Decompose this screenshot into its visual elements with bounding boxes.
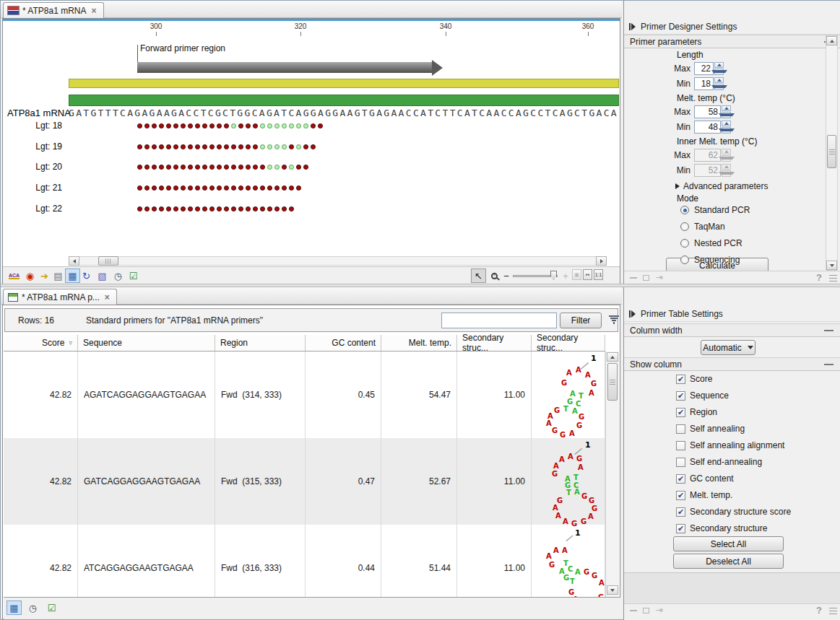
show-column-option-self-annealing[interactable]: Self annealing (676, 423, 745, 435)
checkbox[interactable]: ✔ (676, 474, 685, 484)
mode-radio-nested-pcr[interactable]: Nested PCR (680, 238, 742, 248)
zoom-out-button[interactable]: − (501, 268, 511, 283)
collapse-section-icon[interactable] (824, 330, 833, 331)
spin-down-button[interactable] (722, 170, 731, 177)
spinner-max[interactable]: 62 (694, 149, 731, 162)
table-view-icon[interactable]: ▦ (7, 601, 22, 615)
history-view-icon[interactable]: ◷ (25, 601, 40, 615)
column-header-secondary-struc-[interactable]: Secondary struc... (532, 335, 605, 351)
radio-button[interactable] (680, 222, 689, 231)
mode-radio-standard-pcr[interactable]: Standard PCR (680, 205, 750, 215)
spinner-max[interactable]: 22 (694, 62, 724, 75)
show-column-section-header[interactable]: Show column (624, 357, 840, 371)
float-panel-icon[interactable] (643, 608, 649, 614)
column-width-section-header[interactable]: Column width (624, 323, 840, 337)
panel-menu-icon[interactable] (829, 275, 837, 281)
panel-menu-icon[interactable] (829, 608, 837, 614)
spinner-min[interactable]: 52 (694, 164, 731, 177)
spin-down-button[interactable] (722, 155, 731, 162)
aca-sequence-view-icon[interactable]: ACA (7, 268, 22, 283)
spin-down-button[interactable] (714, 69, 724, 75)
float-panel-icon[interactable] (643, 275, 649, 281)
zoom-in-button[interactable]: + (560, 268, 571, 283)
zoom-slider-thumb[interactable] (550, 271, 557, 280)
checkbox[interactable]: ✔ (676, 507, 685, 517)
graphics-export-icon[interactable]: ➔ (37, 268, 52, 283)
spin-up-button[interactable] (722, 149, 731, 155)
show-column-option-self-end-annealing[interactable]: Self end-annealing (676, 456, 762, 468)
primer-design-view-icon[interactable]: ▦ (65, 268, 80, 283)
spin-up-button[interactable] (722, 105, 731, 112)
spin-up-button[interactable] (714, 62, 724, 69)
hscroll-right-button[interactable] (596, 256, 607, 266)
table-scroll-up[interactable] (607, 352, 618, 362)
fit-screen-button[interactable]: ▣ (572, 269, 581, 280)
hscroll-left-button[interactable] (69, 256, 79, 266)
selection-tool-button[interactable]: ↖ (471, 268, 486, 283)
sequence-canvas[interactable]: 300320340360 Forward primer region ATP8a… (3, 21, 620, 256)
show-column-option-secondary-structure-score[interactable]: ✔Secondary structure score (676, 506, 791, 518)
spin-up-button[interactable] (722, 121, 731, 127)
settings-panel-header[interactable]: Primer Table Settings (624, 306, 840, 322)
deselect-all-button[interactable]: Deselect All (673, 554, 784, 569)
radio-button[interactable] (680, 239, 689, 248)
table-scroll-thumb[interactable] (607, 363, 618, 401)
fit-width-button[interactable]: ↔ (583, 269, 592, 280)
collapse-section-icon[interactable] (824, 364, 833, 365)
settings-panel-header[interactable]: Primer Designer Settings (624, 19, 840, 35)
column-header-score[interactable]: Score▿ (4, 335, 78, 351)
radio-button[interactable] (680, 206, 689, 214)
help-icon[interactable]: ? (816, 605, 822, 616)
checkbox[interactable]: ✔ (676, 524, 685, 533)
filter-input[interactable] (441, 313, 557, 328)
show-column-option-melt-temp-[interactable]: ✔Melt. temp. (676, 489, 732, 501)
zoom-tool-button[interactable] (487, 268, 502, 283)
show-column-option-secondary-structure[interactable]: ✔Secondary structure (676, 523, 767, 534)
filter-button[interactable]: Filter (560, 313, 602, 328)
table-row[interactable]: 42.82AGATCAGGAGGAAGTGAGAAFwd (314, 333)0… (4, 352, 605, 438)
checkbox[interactable]: ✔ (676, 491, 685, 500)
help-icon[interactable]: ? (816, 272, 822, 283)
hscroll-thumb[interactable] (98, 256, 118, 266)
spinner-max[interactable]: 58 (694, 105, 731, 118)
text-view-icon[interactable]: ▤ (51, 268, 66, 283)
horizontal-scrollbar[interactable] (3, 256, 620, 266)
checkbox[interactable]: ✔ (676, 391, 685, 401)
column-header-sequence[interactable]: Sequence (78, 335, 215, 351)
column-header-gc-content[interactable]: GC content (306, 335, 381, 351)
settings-scrollbar[interactable] (826, 35, 838, 271)
minimize-panel-icon[interactable] (630, 277, 637, 279)
settings-scroll-down[interactable] (826, 261, 837, 270)
column-width-dropdown[interactable]: Automatic (701, 340, 755, 355)
column-header-secondary-struc-[interactable]: Secondary struc... (457, 335, 532, 351)
column-header-melt-temp-[interactable]: Melt. temp. (381, 335, 457, 351)
tab-atp8a1-mrna[interactable]: * ATP8a1 mRNA × (3, 2, 104, 18)
spinner-min[interactable]: 48 (694, 121, 731, 134)
settings-scroll-thumb[interactable] (827, 135, 836, 168)
history-view-icon[interactable]: ◷ (111, 268, 126, 283)
table-row[interactable]: 42.82GATCAGGAGGAAGTGAGAAFwd (315, 333)0.… (4, 438, 605, 525)
tab-close-icon[interactable]: × (105, 292, 110, 302)
tab-atp8a1-mrna-primers[interactable]: * ATP8a1 mRNA p... × (3, 289, 117, 305)
primer-parameters-section-header[interactable]: Primer parameters (624, 35, 840, 48)
mode-radio-sequencing[interactable]: Sequencing (680, 255, 740, 265)
spinner-min[interactable]: 18 (694, 77, 724, 90)
show-column-option-score[interactable]: ✔Score (676, 373, 712, 385)
checkbox[interactable]: ✔ (676, 375, 685, 384)
mode-radio-taqman[interactable]: TaqMan (680, 222, 725, 232)
hscroll-track[interactable] (69, 256, 607, 266)
checkbox[interactable] (676, 441, 685, 450)
spin-down-button[interactable] (722, 112, 731, 118)
element-info-view-icon[interactable]: ☑ (44, 601, 59, 615)
table-scroll-down[interactable] (607, 585, 618, 595)
minimize-panel-icon[interactable] (630, 610, 637, 611)
advanced-parameters-toggle[interactable]: Advanced parameters (675, 181, 768, 191)
tab-close-icon[interactable]: × (91, 6, 96, 16)
show-column-option-gc-content[interactable]: ✔GC content (676, 473, 734, 484)
checkbox[interactable] (676, 424, 685, 434)
settings-scroll-up[interactable] (826, 36, 837, 45)
zoom-100-button[interactable]: 1:1 (594, 269, 603, 280)
filter-funnel-icon[interactable] (609, 315, 619, 325)
show-column-option-self-annealing-alignment[interactable]: Self annealing alignment (676, 440, 784, 451)
spin-up-button[interactable] (722, 164, 731, 170)
